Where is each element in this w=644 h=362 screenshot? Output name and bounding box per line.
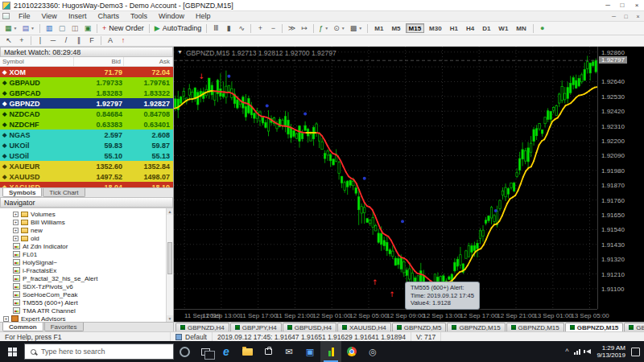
tree-item-old[interactable]: +old [0, 234, 173, 242]
vertical-line-tool[interactable]: | [34, 35, 47, 47]
tray-clock[interactable]: 1:29 AM 9/13/2019 [597, 344, 625, 359]
start-button[interactable] [0, 341, 24, 362]
dropdown-arrow-icon[interactable]: ▼ [324, 26, 328, 31]
tree-item-expert-advisors[interactable]: +Expert Advisors [0, 315, 173, 322]
tab-favorites[interactable]: Favorites [44, 323, 84, 331]
market-watch-row-usoil[interactable]: ◆USOil55.1055.13 [0, 150, 173, 161]
expand-icon[interactable]: + [3, 316, 9, 322]
period-h1[interactable]: H1 [447, 23, 461, 33]
zoom-in-button[interactable]: + [254, 23, 266, 34]
period-m1[interactable]: M1 [371, 23, 386, 33]
time-axis[interactable]: 11 Sep 201911 Sep 13:0011 Sep 17:0011 Se… [174, 309, 597, 322]
taskbar-icon-chrome[interactable] [341, 341, 362, 362]
taskbar-icon-mail[interactable]: ✉ [279, 341, 299, 362]
child-restore-button[interactable]: □ [620, 14, 632, 19]
period-m5[interactable]: M5 [388, 23, 403, 33]
market-watch-row-gbpnzd[interactable]: ◆GBPNZD1.927971.92827 [0, 98, 173, 109]
arrows-tool[interactable]: ↑ [117, 35, 130, 47]
menu-view[interactable]: View [36, 12, 63, 20]
expand-icon[interactable]: + [13, 228, 19, 233]
tree-item-at-zdn-indicator[interactable]: At Zdn Indicator [0, 242, 173, 250]
price-scale[interactable]: 1.928601.926401.925301.924201.923101.922… [597, 47, 644, 309]
market-watch-row-xagusd[interactable]: ◆XAGUSD18.0418.10 [0, 182, 173, 187]
column-ask[interactable]: Ask [124, 57, 173, 66]
profiles-button[interactable]: ▤▼ [19, 23, 36, 34]
child-minimize-button[interactable]: ─ [608, 14, 620, 19]
candlestick-chart-button[interactable]: ▮ [222, 23, 235, 34]
one-click-trading-arrow[interactable]: ▼ [177, 49, 183, 55]
market-watch-row-xauusd[interactable]: ◆XAUUSD1497.521498.07 [0, 171, 173, 182]
expand-icon[interactable]: + [13, 212, 19, 217]
taskbar-search[interactable]: Type here to search [24, 343, 174, 360]
market-watch-row-nzdcad[interactable]: ◆NZDCAD0.846840.84708 [0, 109, 173, 119]
new-chart-button[interactable]: ▦▼ [2, 23, 19, 34]
autotrading-button[interactable]: ▶AutoTrading [152, 23, 204, 34]
tab-common[interactable]: Common [2, 323, 43, 331]
menu-window[interactable]: Window [153, 12, 190, 20]
market-watch-row-xaueur[interactable]: ◆XAUEUR1352.601352.84 [0, 161, 173, 171]
tree-item-holysignal-[interactable]: HolySignal~ [0, 258, 173, 266]
close-button[interactable]: × [630, 2, 644, 9]
taskbar-icon-mt4[interactable] [320, 341, 341, 362]
child-close-button[interactable]: × [632, 14, 644, 19]
column-bid[interactable]: Bid [74, 57, 124, 66]
tree-item-tm555-600-alert[interactable]: TM555 (600+) Alert [0, 298, 173, 306]
tree-item-new[interactable]: +new [0, 226, 173, 234]
market-watch-row-xom[interactable]: ◆XOM71.7972.04 [0, 67, 173, 77]
menu-charts[interactable]: Charts [92, 12, 125, 20]
chart-tab-0[interactable]: GBPNZD,H4 [175, 323, 229, 331]
scroll-up-icon[interactable]: ▲ [167, 208, 173, 215]
chart-tab-6[interactable]: GBPNZD,M15 [506, 323, 564, 331]
scrollbar-thumb[interactable] [167, 242, 172, 274]
chart-tab-1[interactable]: GBPJPY,H4 [230, 323, 282, 331]
chart-shift-button[interactable]: ↦ [298, 23, 311, 34]
tree-item-sdx-tzpivots-v6[interactable]: SDX-TzPivots_v6 [0, 282, 173, 290]
market-watch-row-ukoil[interactable]: ◆UKOil59.8359.87 [0, 140, 173, 150]
period-m15[interactable]: M15 [406, 23, 425, 33]
menu-file[interactable]: File [13, 12, 36, 20]
expand-icon[interactable]: + [13, 220, 19, 225]
community-button[interactable]: ● [536, 23, 549, 34]
period-h4[interactable]: H4 [463, 23, 477, 33]
line-chart-button[interactable]: ∿ [235, 23, 248, 34]
chart-tab-4[interactable]: GBPNZD,M5 [392, 323, 447, 331]
fibonacci-tool[interactable]: F [85, 35, 98, 47]
templates-button[interactable]: ▩▼ [348, 23, 365, 34]
taskbar-icon-store[interactable] [258, 341, 279, 362]
dropdown-arrow-icon[interactable]: ▼ [341, 26, 345, 31]
period-w1[interactable]: W1 [495, 23, 511, 33]
taskbar-icon-photos[interactable]: ▣ [299, 341, 320, 362]
period-m30[interactable]: M30 [426, 23, 445, 33]
chart-tab-5[interactable]: GBPNZD,M15 [447, 323, 505, 331]
scroll-down-icon[interactable]: ▼ [167, 315, 173, 322]
market-watch-toggle[interactable]: ▥ [43, 23, 56, 34]
period-d1[interactable]: D1 [479, 23, 493, 33]
expand-icon[interactable]: + [13, 236, 19, 241]
tree-item-volumes[interactable]: +Volumes [0, 210, 173, 218]
horizontal-line-tool[interactable]: ─ [47, 35, 60, 47]
tab-tick-chart[interactable]: Tick Chart [43, 188, 85, 197]
tab-symbols[interactable]: Symbols [2, 188, 42, 197]
chart-area[interactable]: ▼ GBPNZD,M15 1.92713 1.92812 1.92700 1.9… [174, 47, 644, 322]
taskbar-icon-settings[interactable]: ◎ [362, 341, 383, 362]
maximize-button[interactable]: □ [615, 2, 630, 9]
status-profile[interactable]: Default [171, 332, 213, 341]
menu-tools[interactable]: Tools [125, 12, 153, 20]
chart-tab-8[interactable]: GBPNZD,M15 [624, 323, 644, 331]
speaker-icon[interactable] [586, 349, 591, 354]
chart-tab-2[interactable]: GBPUSD,H4 [283, 323, 336, 331]
market-watch-row-nzdchf[interactable]: ◆NZDCHF0.633830.63401 [0, 119, 173, 130]
menu-insert[interactable]: Insert [63, 12, 93, 20]
dropdown-arrow-icon[interactable]: ▼ [31, 26, 35, 31]
crosshair-tool[interactable]: + [15, 35, 28, 47]
chart-tab-3[interactable]: XAUUSD,H4 [337, 323, 391, 331]
tree-item-bill-williams[interactable]: +Bill Williams [0, 218, 173, 226]
chart-tab-7[interactable]: GBPNZD,M15 [565, 323, 624, 331]
zoom-out-button[interactable]: − [266, 23, 279, 34]
minimize-button[interactable]: ─ [601, 2, 615, 9]
navigator-toggle[interactable]: ◫ [68, 23, 81, 34]
cursor-tool[interactable]: ↖ [2, 35, 15, 47]
tree-item-tma-atr-channel[interactable]: TMA ATR Channel [0, 306, 173, 315]
indicators-button[interactable]: ƒ▼ [316, 23, 331, 34]
task-view-button[interactable] [195, 341, 216, 362]
